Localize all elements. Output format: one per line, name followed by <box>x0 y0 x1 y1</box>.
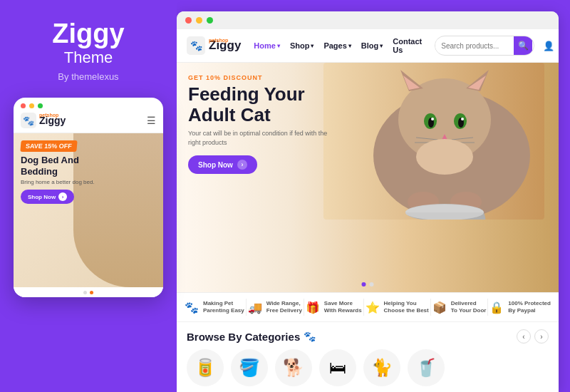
feature-divider-3 <box>363 299 364 316</box>
category-item-5[interactable]: 🐈 <box>363 349 400 386</box>
feature-delivery-text: Wide Range,Free Delivery <box>266 300 302 315</box>
mobile-banner-desc: Bring home a better dog bed. <box>21 179 156 185</box>
nav-contact[interactable]: Contact Us <box>388 35 426 56</box>
mobile-banner: SAVE 15% OFF Dog Bed And Bedding Bring h… <box>14 133 163 287</box>
svg-point-12 <box>461 118 464 120</box>
hero-content: GET 10% DISCOUNT Feeding Your Adult Cat … <box>177 63 376 182</box>
categories-header: Browse By Categories 🐾 ‹ › <box>187 329 549 344</box>
mobile-banner-title: Dog Bed And Bedding <box>21 155 106 177</box>
mobile-dot-1 <box>83 291 87 294</box>
mobile-dots <box>14 287 163 297</box>
features-bar: 🐾 Making PetParenting Easy 🚚 Wide Range,… <box>177 292 559 321</box>
hero-description: Your cat will be in optimal condition if… <box>188 129 331 147</box>
mobile-mockup: 🐾 petshop Ziggy ☰ SAVE 15% OFF Dog Bed A… <box>14 98 163 297</box>
category-item-4[interactable]: 🛏 <box>319 349 356 386</box>
categories-navigation: ‹ › <box>517 329 549 344</box>
site-logo: 🐾 petshop Ziggy <box>187 36 241 55</box>
hero-title: Feeding Your Adult Cat <box>188 84 365 125</box>
feature-paypal-text: 100% ProtectedBy Paypal <box>508 300 551 315</box>
nav-blog[interactable]: Blog ▾ <box>357 39 387 52</box>
feature-lock-icon: 🔒 <box>489 301 504 314</box>
feature-delivered-text: DeliveredTo Your Door <box>451 300 487 315</box>
categories-section: Browse By Categories 🐾 ‹ › 🥫 🪣 🐕 <box>177 321 559 392</box>
feature-star-icon: ⭐ <box>366 301 380 314</box>
feature-paw-icon: 🐾 <box>185 301 199 314</box>
browser-content: 🐾 petshop Ziggy Home ▾ Shop ▾ Pages ▾ Bl… <box>177 29 559 392</box>
feature-box-icon: 📦 <box>432 301 447 314</box>
feature-rewards-text: Save MoreWith Rewards <box>324 300 362 315</box>
mobile-logo-wrap: petshop Ziggy <box>39 114 66 127</box>
mobile-shop-now-button[interactable]: Shop Now › <box>21 190 74 204</box>
feature-gift-icon: 🎁 <box>306 301 320 314</box>
categories-title-text: Browse By Categories <box>187 331 300 343</box>
feature-delivery-icon: 🚚 <box>248 301 262 314</box>
save-badge: SAVE 15% OFF <box>20 140 77 152</box>
site-logo-petshop: petshop <box>209 38 228 43</box>
categories-list: 🥫 🪣 🐕 🛏 🐈 🥤 <box>187 349 549 386</box>
nav-shop-chevron: ▾ <box>311 43 314 49</box>
feature-making-pet-text: Making PetParenting Easy <box>203 300 244 315</box>
mobile-nav: 🐾 petshop Ziggy ☰ <box>14 111 163 133</box>
categories-paw-icon: 🐾 <box>304 331 316 342</box>
nav-icons: 👤 ♡ 🛒 $0.00 <box>543 39 559 52</box>
category-circle-1: 🥫 <box>187 349 224 386</box>
category-item-1[interactable]: 🥫 <box>187 349 224 386</box>
svg-point-11 <box>431 118 434 120</box>
hero-shop-now-button[interactable]: Shop Now › <box>188 155 257 174</box>
category-circle-3: 🐕 <box>275 349 312 386</box>
hero-arrow-icon: › <box>237 160 247 170</box>
category-item-3[interactable]: 🐕 <box>275 349 312 386</box>
hero-dot-1[interactable] <box>362 282 366 287</box>
mobile-shop-now-arrow-icon: › <box>58 192 67 201</box>
mobile-dot-yellow <box>29 103 34 108</box>
nav-pages-chevron: ▾ <box>348 43 351 49</box>
categories-title: Browse By Categories 🐾 <box>187 331 316 343</box>
search-button[interactable]: 🔍 <box>514 36 532 55</box>
site-logo-icon: 🐾 <box>187 36 205 55</box>
category-circle-6: 🥤 <box>408 349 445 386</box>
user-icon[interactable]: 👤 <box>543 41 554 51</box>
nav-pages[interactable]: Pages ▾ <box>319 39 355 52</box>
feature-best: ⭐ Helping YouChoose the Best <box>366 300 429 315</box>
categories-next-button[interactable]: › <box>534 329 549 344</box>
mobile-dot-green <box>38 103 43 108</box>
mobile-dot-2 <box>90 291 93 294</box>
hamburger-icon[interactable]: ☰ <box>147 115 156 126</box>
nav-blog-chevron: ▾ <box>380 43 383 49</box>
feature-free-delivery: 🚚 Wide Range,Free Delivery <box>248 300 302 315</box>
svg-point-22 <box>405 205 484 220</box>
brand-by: By themelexus <box>58 71 118 82</box>
mobile-dot-red <box>21 103 26 108</box>
categories-prev-button[interactable]: ‹ <box>517 329 531 344</box>
nav-shop[interactable]: Shop ▾ <box>286 39 318 52</box>
hero-title-line1: Feeding Your <box>188 83 305 105</box>
feature-divider-5 <box>487 299 488 316</box>
mobile-shop-now-label: Shop Now <box>28 194 56 200</box>
hero-section: GET 10% DISCOUNT Feeding Your Adult Cat … <box>177 63 559 292</box>
feature-divider-1 <box>246 299 247 316</box>
feature-rewards: 🎁 Save MoreWith Rewards <box>306 300 362 315</box>
feature-divider-4 <box>430 299 431 316</box>
feature-best-text: Helping YouChoose the Best <box>384 300 429 315</box>
feature-making-pet: 🐾 Making PetParenting Easy <box>185 300 244 315</box>
site-nav: 🐾 petshop Ziggy Home ▾ Shop ▾ Pages ▾ Bl… <box>177 29 559 63</box>
category-circle-2: 🪣 <box>231 349 268 386</box>
brand-subtitle: Theme <box>64 48 113 67</box>
category-item-2[interactable]: 🪣 <box>231 349 268 386</box>
mobile-logo: 🐾 petshop Ziggy <box>21 113 66 128</box>
mobile-logo-icon: 🐾 <box>21 113 36 128</box>
nav-home[interactable]: Home ▾ <box>249 39 284 52</box>
brand-title: Ziggy <box>52 20 124 47</box>
svg-point-18 <box>416 139 473 175</box>
feature-delivered: 📦 DeliveredTo Your Door <box>432 300 487 315</box>
category-item-6[interactable]: 🥤 <box>408 349 445 386</box>
browser-window: 🐾 petshop Ziggy Home ▾ Shop ▾ Pages ▾ Bl… <box>177 11 559 392</box>
browser-dot-yellow <box>196 17 202 24</box>
nav-links: Home ▾ Shop ▾ Pages ▾ Blog ▾ Contact Us <box>249 35 426 56</box>
category-circle-4: 🛏 <box>319 349 356 386</box>
search-input[interactable] <box>435 39 514 53</box>
hero-carousel-dots <box>362 282 374 287</box>
browser-chrome <box>177 11 559 29</box>
nav-home-chevron: ▾ <box>277 43 280 49</box>
hero-dot-2[interactable] <box>370 282 374 287</box>
